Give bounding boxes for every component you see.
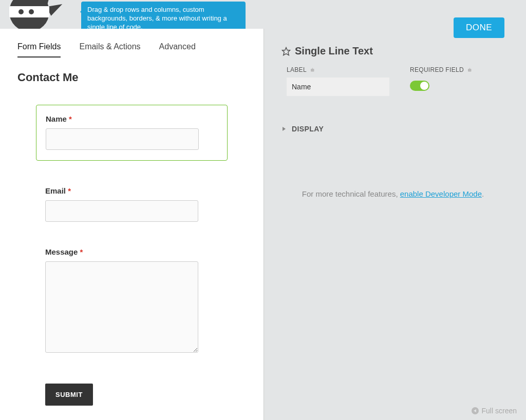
fullscreen-label: Full screen [482,407,517,415]
arrow-left-circle-icon [472,407,479,414]
field-email-label: Email * [45,186,218,195]
fullscreen-toggle[interactable]: Full screen [472,407,517,415]
field-name-label: Name * [46,114,218,123]
submit-button[interactable]: SUBMIT [45,384,93,406]
display-section-header[interactable]: DISPLAY [281,125,504,133]
field-name-input[interactable] [46,128,199,150]
field-message[interactable]: Message * [45,247,218,355]
enable-developer-mode-link[interactable]: enable Developer Mode [400,189,482,198]
field-settings-drawer: Single Line Text LABEL REQUIRED FIELD DI… [281,45,504,198]
done-button[interactable]: DONE [454,17,504,38]
tab-advanced[interactable]: Advanced [159,42,196,58]
field-name[interactable]: Name * [36,105,228,161]
field-type-title: Single Line Text [295,45,373,57]
field-email[interactable]: Email * [45,186,218,222]
required-star-icon: * [80,247,83,256]
setting-label-heading: LABEL [287,66,389,73]
field-email-input[interactable] [45,200,198,222]
required-toggle[interactable] [410,81,429,91]
thumbs-down-icon[interactable] [310,67,316,73]
required-star-icon: * [69,114,72,123]
tab-form-fields[interactable]: Form Fields [17,42,61,58]
form-title[interactable]: Contact Me [0,61,264,89]
caret-right-icon [281,126,287,131]
field-message-input[interactable] [45,261,198,353]
svg-marker-0 [283,47,290,55]
developer-mode-note: For more technical features, enable Deve… [281,189,504,198]
svg-marker-1 [283,127,286,131]
field-submit[interactable]: SUBMIT [45,380,218,406]
field-name-label-text: Name [46,114,67,123]
builder-tabs: Form Fields Emails & Actions Advanced [0,29,264,61]
label-input[interactable] [287,78,389,96]
required-star-icon: * [68,186,71,195]
star-outline-icon[interactable] [281,47,291,56]
field-email-label-text: Email [45,186,66,195]
field-message-label: Message * [45,247,218,256]
setting-required-heading: REQUIRED FIELD [410,66,473,73]
tab-emails-actions[interactable]: Emails & Actions [79,42,140,58]
ninja-logo [9,0,61,33]
thumbs-down-icon[interactable] [467,67,473,73]
form-builder-canvas: Form Fields Emails & Actions Advanced Co… [0,29,264,420]
field-message-label-text: Message [45,247,78,256]
